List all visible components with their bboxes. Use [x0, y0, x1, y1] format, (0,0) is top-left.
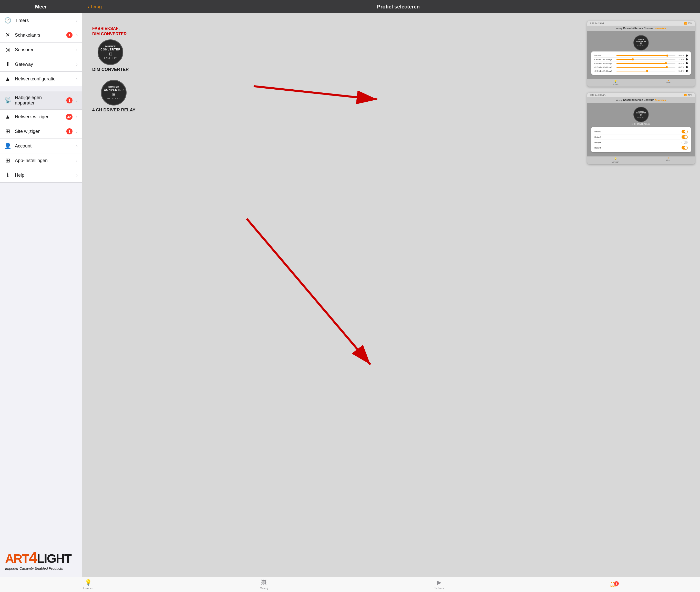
sc2-relay2-toggle[interactable]: [682, 135, 688, 139]
tab-galerij[interactable]: 🖼 Galerij: [260, 579, 268, 590]
brand-art: ART: [5, 552, 29, 565]
device-2-icon: ⊟: [112, 92, 115, 97]
sc2-dc-icon: ⊟: [640, 114, 642, 116]
device-option-2[interactable]: DIMMER CONVERTER ⊟ DALC NET 4 CH DRIVER …: [92, 80, 135, 113]
tab-scenes[interactable]: ▶ Scènes: [434, 579, 444, 590]
sidebar-item-account[interactable]: 👤 Account ›: [0, 139, 82, 153]
sc1-action: Bewerken: [655, 27, 666, 30]
tab-bar: 💡 Lampen 🖼 Galerij ▶ Scènes Meer 1: [0, 577, 700, 592]
sc2-row-relay3: Relay3: [595, 140, 688, 145]
sc2-relay4-label: Relay4: [595, 147, 680, 149]
switch-icon: ✕: [4, 32, 11, 39]
sc1-dimmer-track[interactable]: [616, 55, 675, 56]
sc2-relay1-toggle[interactable]: [682, 130, 688, 134]
device-1-name: DIM CONVERTER: [92, 67, 129, 72]
clock-icon: 🕐: [4, 17, 11, 24]
settings-icon: ⊞: [4, 157, 11, 164]
sc2-footer: 💡 Lampen Meer: [587, 156, 695, 164]
sc2-footer-more-label: Meer: [666, 159, 670, 161]
back-button[interactable]: ‹ Terug: [87, 3, 102, 10]
sc1-ch2-dot: [686, 62, 688, 64]
factory-label-line2: DIM CONVERTER: [92, 32, 135, 37]
sc1-status: 9:47 24.13 Min.: [590, 22, 606, 24]
tab-meer[interactable]: Meer 1: [610, 582, 617, 587]
sc2-relay3-thumb: [682, 141, 685, 144]
sidebar-item-site-wijzigen[interactable]: ⊞ Site wijzigen 1 ›: [0, 124, 82, 139]
sidebar-item-timers[interactable]: 🕐 Timers ›: [0, 13, 82, 28]
chevron-right-icon: ›: [76, 76, 78, 82]
meer-badge: 1: [614, 581, 619, 586]
sc1-ch1-track[interactable]: [616, 59, 675, 60]
sc1-footer-dot: [668, 80, 669, 81]
sc2-header: 9:48 24.10 Min. 📶 75%: [587, 93, 695, 97]
sc1-ch4-fill: [616, 71, 647, 71]
tab-lampen[interactable]: 💡 Lampen: [83, 579, 94, 590]
sc2-relay4-toggle[interactable]: [682, 146, 688, 150]
sc1-ch1-dot: [686, 58, 688, 60]
sidebar-item-help[interactable]: ℹ Help ›: [0, 168, 82, 183]
sidebar-spacer: [0, 86, 82, 91]
sc1-ch3-label: CH3 0/1-10V - Relay3: [595, 66, 615, 68]
gateway-icon: ⬆: [4, 61, 11, 68]
sidebar-label-timers: Timers: [15, 18, 73, 23]
sc1-ch1-thumb: [632, 58, 634, 60]
lampen-icon: 💡: [85, 579, 92, 586]
device-option-1[interactable]: DIMMER CONVERTER ⊟ DALC NET DIM CONVERTE…: [92, 39, 135, 72]
sc1-ch4-thumb: [646, 70, 648, 72]
sidebar-label-gateway: Gateway: [15, 62, 73, 67]
sc1-ch4-val: 51.6 %: [677, 70, 684, 72]
sidebar-label-app-instellingen: App-instellingen: [15, 158, 73, 163]
sc1-ch3-track[interactable]: [616, 67, 675, 67]
sidebar-item-sensoren[interactable]: ◎ Sensoren ›: [0, 43, 82, 57]
svg-line-0: [254, 86, 377, 100]
sc2-action: Bewerken: [655, 99, 666, 101]
svg-line-1: [247, 219, 370, 364]
screenshot-card-1: 9:47 24.13 Min. 📶 75% Groep Casambi Kenn…: [587, 21, 695, 87]
device-1-wrap: DIMMER CONVERTER ⊟ DALC NET DIM CONVERTE…: [92, 39, 129, 72]
sc1-device-icon: DIMMER CONVERTER ⊟ DALC NET: [634, 35, 649, 50]
sc1-row-ch4: CH4 0/1-10V - Relay4 51.6 %: [595, 69, 688, 73]
chevron-right-icon: ›: [76, 33, 78, 38]
sc1-row-ch3: CH3 0/1-10V - Relay3 85.3 %: [595, 65, 688, 69]
sc2-body: DIMMER CONVERTER ⊟ DALC NET 4 CH DRIVER …: [587, 103, 695, 156]
sidebar-item-netwerkconfiguratie[interactable]: ▲ Netwerkconfiguratie ›: [0, 72, 82, 86]
galerij-icon: 🖼: [261, 579, 267, 586]
chevron-right-icon: ›: [76, 158, 78, 163]
device-2-circle: DIMMER CONVERTER ⊟ DALC NET: [101, 80, 127, 105]
sc2-wifi: 📶 75%: [684, 94, 692, 96]
sidebar-item-app-instellingen[interactable]: ⊞ App-instellingen ›: [0, 153, 82, 168]
sc2-footer-dot: [668, 157, 669, 158]
factory-label-line1: FABRIEKSAF;: [92, 26, 135, 32]
sensor-icon: ◎: [4, 46, 11, 53]
sc1-dc-icon: ⊟: [640, 42, 642, 45]
sc1-body: DIMMER CONVERTER ⊟ DALC NET Dimmer: [587, 31, 695, 79]
sc2-status: 9:48 24.10 Min.: [590, 94, 606, 96]
brand-area: ART4LIGHT Importer Casambi Enabled Produ…: [0, 544, 82, 577]
right-panel: FABRIEKSAF; DIM CONVERTER DIMMER CONVERT…: [82, 13, 700, 577]
sidebar-item-netwerk-wijzigen[interactable]: ▲ Netwerk wijzigen 42 ›: [0, 110, 82, 124]
sc1-dimmer-label: Dimmer: [595, 54, 615, 57]
chevron-right-icon: ›: [76, 62, 78, 67]
netwerk-wijzigen-badge: 42: [66, 114, 73, 120]
back-label: Terug: [90, 4, 102, 9]
device-2-name: 4 CH DRIVER RELAY: [92, 107, 135, 113]
sc2-relay4-thumb: [684, 146, 688, 149]
sc1-dimmer-val: 86.3 %: [677, 55, 684, 56]
nearby-icon: 📡: [4, 97, 11, 104]
device-1-logo: DALC NET: [104, 57, 117, 59]
sc1-ch4-track[interactable]: [616, 71, 675, 71]
sidebar-item-nabijgelegen[interactable]: 📡 Nabijgelegen apparaten 1 ›: [0, 91, 82, 110]
sc2-control-panel: Relay1 Relay2 Relay3: [591, 127, 691, 152]
sc1-ch2-fill: [616, 63, 666, 64]
meer-dot-1: [611, 582, 612, 583]
sidebar-item-gateway[interactable]: ⬆ Gateway ›: [0, 57, 82, 72]
sidebar-flex-spacer: [0, 183, 82, 544]
sc2-relay3-toggle[interactable]: [682, 141, 688, 144]
sc1-ch1-val: 27.9 %: [677, 59, 684, 60]
sc1-ch2-track[interactable]: [616, 63, 675, 64]
sc2-relay3-label: Relay3: [595, 141, 680, 144]
brand-text: ART4LIGHT: [5, 550, 71, 565]
sidebar-item-schakelaars[interactable]: ✕ Schakelaars 1 ›: [0, 28, 82, 43]
device-2-top: DIMMER: [108, 86, 120, 88]
sidebar-label-netwerkconfiguratie: Netwerkconfiguratie: [15, 76, 73, 82]
